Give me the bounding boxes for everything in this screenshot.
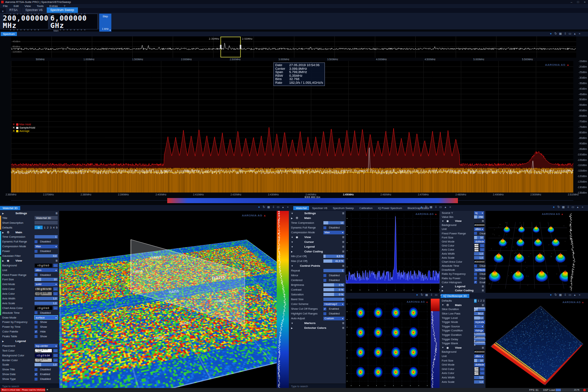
- download-icon[interactable]: ⇩: [272, 205, 275, 209]
- slider[interactable]: 10: [35, 278, 58, 281]
- monitor-icon[interactable]: ▭: [568, 293, 572, 297]
- collapse-icon[interactable]: ▴: [444, 205, 447, 209]
- checkbox[interactable]: ✓: [35, 373, 37, 376]
- default-preset-button[interactable]: 5: [56, 226, 58, 229]
- monitor-icon[interactable]: ▭: [568, 32, 572, 36]
- spectrum-main-plot[interactable]: ✕Max Hold✕Sample/Hold✕Average Date27.05.…: [11, 61, 573, 193]
- download-icon[interactable]: ⇩: [430, 293, 433, 297]
- center-frequency-display[interactable]: ▴▴▴▴▴▴▴▴▴ 200,000000 MHz ▾▾▾▾▾▾▾▾▾: [3, 14, 49, 29]
- checkbox[interactable]: [35, 335, 37, 338]
- checkbox[interactable]: [35, 321, 37, 324]
- setting-color-coding[interactable]: ▶Color Coding≡: [440, 288, 485, 292]
- record-icon[interactable]: ●: [420, 205, 423, 209]
- dropdown[interactable]: dotted▾: [474, 363, 485, 367]
- slider[interactable]: 1,0: [35, 302, 58, 305]
- slider[interactable]: 1,0: [35, 297, 58, 300]
- color-picker-button[interactable]: …: [480, 367, 484, 371]
- dropdown[interactable]: repeat▾: [474, 320, 485, 324]
- slider[interactable]: 1: [35, 235, 58, 238]
- slider[interactable]: 1,0: [474, 256, 484, 259]
- refresh-icon[interactable]: ↻: [424, 205, 428, 209]
- slider[interactable]: 0,0: [35, 254, 58, 258]
- record-icon[interactable]: ●: [549, 293, 553, 297]
- checkbox[interactable]: [323, 279, 326, 282]
- slider[interactable]: 8,5 %: [323, 255, 344, 258]
- checkbox[interactable]: [323, 312, 326, 315]
- checkbox[interactable]: [35, 326, 37, 328]
- panel-tab-waterfall[interactable]: Waterfall: [293, 206, 309, 210]
- color-swatch[interactable]: r:0 g:0 b:0: [35, 306, 52, 310]
- grid-icon[interactable]: ▦: [429, 205, 433, 209]
- slider[interactable]: 0,000000 s: [474, 333, 485, 337]
- checkbox[interactable]: [474, 277, 477, 280]
- collapse-icon[interactable]: ▴: [573, 293, 577, 297]
- color-picker-button[interactable]: …: [53, 292, 58, 295]
- doc-tab-spectrum-sweep[interactable]: Spectrum Sweep: [47, 7, 78, 13]
- checkbox[interactable]: [35, 368, 37, 371]
- maximize-icon[interactable]: □: [575, 0, 581, 4]
- checkbox[interactable]: [474, 265, 477, 267]
- checkbox[interactable]: [35, 250, 37, 253]
- color-swatch[interactable]: r:50 g:50 b:50: [35, 287, 52, 291]
- refresh-icon[interactable]: ↻: [262, 205, 266, 209]
- remove-trace-icon[interactable]: ✕: [12, 123, 15, 126]
- panel-tab-spectrum-sweep[interactable]: Spectrum Sweep: [330, 206, 356, 210]
- slider[interactable]: 0,000000 s: [474, 342, 485, 345]
- setting-view[interactable]: ▼◉View≡: [289, 235, 346, 240]
- minimize-icon[interactable]: –: [568, 0, 575, 4]
- dropdown[interactable]: rising▾: [474, 329, 484, 332]
- defaults-reset-button[interactable]: ⊙: [35, 226, 43, 229]
- center-frequency-value[interactable]: 200,000000 MHz: [3, 14, 49, 29]
- doc-tab-spectran-v6[interactable]: Spectran V6: [22, 7, 46, 13]
- dropdown[interactable]: surface▾: [474, 268, 485, 272]
- waterfall3d-tab[interactable]: Waterfall 3D: [0, 206, 20, 210]
- slider[interactable]: 6,000000 s: [474, 308, 485, 311]
- iq-power-spectrum-canvas[interactable]: [346, 211, 440, 293]
- remove-trace-icon[interactable]: ✕: [12, 126, 15, 129]
- setting-settings[interactable]: ▼Settings≡: [289, 211, 346, 216]
- checkbox[interactable]: [474, 273, 477, 276]
- record-icon[interactable]: ●: [549, 32, 553, 36]
- collapse-icon[interactable]: ▴: [281, 205, 285, 209]
- color-picker-button[interactable]: …: [53, 354, 58, 357]
- record-icon[interactable]: ●: [415, 293, 419, 297]
- spike-field-3d-view[interactable]: AARONIA AG ▲: [485, 211, 588, 293]
- download-icon[interactable]: ⇩: [566, 205, 570, 209]
- checkbox[interactable]: [323, 226, 326, 229]
- close-icon[interactable]: ×: [578, 293, 581, 297]
- setting-color-coding[interactable]: ▶Color Coding≡: [289, 249, 346, 254]
- dropdown[interactable]: I▾: [474, 324, 484, 328]
- spectrum-panel-tag[interactable]: Spectrum: [1, 32, 17, 36]
- color-swatch[interactable]: #000000: [474, 260, 485, 264]
- panel-tab-spectran-v6[interactable]: Spectran V6: [309, 206, 330, 210]
- download-icon[interactable]: ⇩: [563, 32, 567, 36]
- collapse-icon[interactable]: ▴: [576, 205, 580, 209]
- checkbox[interactable]: ✓: [474, 281, 477, 284]
- setting-main[interactable]: ▶⚙Main: [0, 230, 59, 235]
- setting-legend[interactable]: ▶Legend≡: [440, 284, 485, 288]
- checkbox[interactable]: [35, 240, 37, 243]
- step-button[interactable]: Step 1 kHz ▾: [99, 14, 111, 32]
- dropdown[interactable]: dBm▾: [35, 268, 58, 272]
- color-swatch[interactable]: #ffff: [474, 248, 479, 252]
- setting-view[interactable]: ▶◉View≡: [0, 258, 59, 263]
- default-preset-button[interactable]: 1: [44, 226, 46, 229]
- spike-field-canvas[interactable]: [485, 211, 588, 293]
- status-error-icon[interactable]: [583, 389, 586, 391]
- slider[interactable]: 1,0: [474, 376, 484, 379]
- doc-tab-rtsa[interactable]: RTSA: [6, 7, 22, 13]
- slider[interactable]: 7: [323, 298, 344, 301]
- close-icon[interactable]: ×: [578, 32, 581, 36]
- dropdown[interactable]: dBm▾: [474, 355, 484, 358]
- constellation-canvas[interactable]: [346, 299, 431, 388]
- grid-icon[interactable]: ▦: [425, 293, 429, 297]
- setting-settings[interactable]: ▶Settings≡: [0, 211, 59, 216]
- wlan-band-bar[interactable]: [167, 198, 458, 203]
- color-swatch[interactable]: #000000: [474, 223, 485, 227]
- grid-icon[interactable]: ▦: [559, 32, 562, 36]
- checkbox[interactable]: ✓: [35, 330, 37, 333]
- constellation-view[interactable]: AARONIA AG ▲: [346, 299, 431, 388]
- dropdown[interactable]: solid▾: [35, 283, 58, 286]
- waterfall3d-view[interactable]: nansnansnansnansnansnansnans AARONIA AG …: [59, 211, 277, 388]
- color-swatch[interactable]: #ffff: [474, 371, 479, 375]
